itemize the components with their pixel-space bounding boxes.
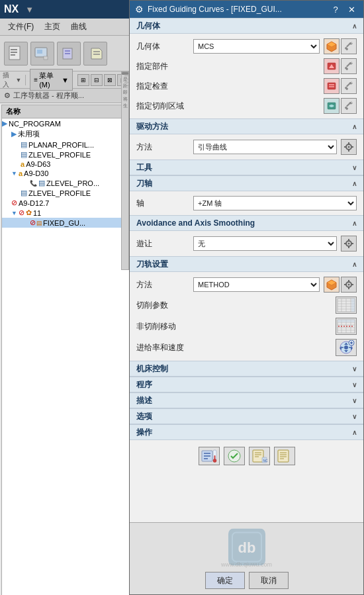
section-options[interactable]: 选项 ∨ (130, 408, 363, 424)
ruler-label: 是距即将生 (122, 76, 128, 109)
insert-label: 插入 (3, 71, 13, 89)
section-avoidance[interactable]: Avoidance and Axis Smoothing ∧ (130, 215, 363, 231)
action-post-btn[interactable]: NC (249, 447, 270, 465)
geometry-label: 几何体 (136, 41, 189, 52)
tree-item-zlevel-sub[interactable]: 📞 ▤ ZLEVEL_PRO... (2, 178, 130, 188)
drive-method-icon-gear[interactable] (341, 139, 357, 155)
specify-check-label: 指定检查 (136, 81, 189, 92)
svg-rect-89 (232, 533, 261, 562)
unused-folder-icon: ▶ (11, 130, 17, 138)
tree-item-zlevel1[interactable]: ▤ ZLEVEL_PROFILE (2, 150, 130, 160)
non-cut-icon[interactable] (336, 318, 357, 335)
section-axis[interactable]: 刀轴 ∧ (130, 175, 363, 191)
svg-rect-18 (345, 67, 349, 71)
geometry-dropdown[interactable]: MCS (193, 39, 320, 54)
drive-method-label: 方法 (136, 142, 189, 153)
toolbar2-icon-1[interactable]: ⊞ (77, 74, 89, 86)
tree-header: 名称 (2, 105, 130, 118)
cut-params-icon[interactable] (336, 297, 357, 314)
section-tool-label: 工具 (136, 162, 152, 173)
specify-part-icons (324, 58, 357, 74)
action-shopdoc-btn[interactable] (274, 447, 295, 465)
tree-item-planar[interactable]: ▤ PLANAR_PROFIL... (2, 140, 130, 150)
specify-cut-icon-teal[interactable] (324, 98, 340, 114)
toolbar2-icon-2[interactable]: ⊟ (91, 74, 103, 86)
svg-rect-35 (344, 243, 346, 244)
op-navigator-text: 工序导航器 - 程序顺... (13, 91, 84, 101)
a9d63-label: A9-D63 (26, 160, 50, 168)
tree-item-a9d30[interactable]: ▼ a A9-D30 (2, 169, 130, 178)
toolbar-icon-2[interactable] (30, 42, 54, 66)
feed-rate-icon[interactable] (336, 339, 357, 356)
dialog-close-btn[interactable]: ✕ (345, 3, 358, 16)
error-icon-1: ⊘ (11, 199, 17, 207)
menu-home[interactable]: 主页 (39, 20, 66, 34)
nx-logo: NX (4, 3, 19, 15)
action-generate-btn[interactable] (199, 447, 220, 465)
toolbar2-icon-3[interactable]: ⊠ (104, 74, 116, 86)
specify-check-row: 指定检查 (130, 76, 363, 96)
menu-curves[interactable]: 曲线 (66, 20, 92, 34)
unused-label: 未用项 (18, 129, 40, 139)
fixed-sub-icon: ▤ (36, 220, 42, 226)
zlevel-sub-label: ZLEVEL_PRO... (46, 179, 99, 187)
specify-part-icon-red[interactable] (324, 58, 340, 74)
menu-btn[interactable]: ≡ 菜单(M) ▼ (30, 69, 73, 91)
tree-item-11[interactable]: ▼ ⊘ ✿ 11 (2, 208, 130, 218)
action-verify-btn[interactable] (224, 447, 245, 465)
specify-cut-label: 指定切削区域 (136, 101, 189, 112)
cancel-button[interactable]: 取消 (249, 572, 289, 589)
geometry-icon-3d[interactable] (324, 38, 340, 54)
specify-cut-icons (324, 98, 357, 114)
nx-titlebar: NX ▼ (0, 0, 132, 19)
dialog-titlebar: ⚙ Fixed Guiding Curves - [FIXED_GUI... ?… (130, 1, 363, 18)
menu-file[interactable]: 文件(F) (3, 20, 39, 34)
drive-method-dropdown[interactable]: 引导曲线 (193, 140, 337, 154)
toolpath-method-icon-orange[interactable] (324, 277, 340, 293)
geometry-icon-wrench[interactable] (341, 38, 357, 54)
toolpath-method-icon-gear[interactable] (341, 277, 357, 293)
svg-rect-27 (348, 142, 349, 144)
tree-item-nc-program[interactable]: ▶ NC_PROGRAM (2, 118, 130, 128)
section-description-label: 描述 (136, 395, 152, 406)
specify-cut-icon-gray[interactable] (341, 98, 357, 114)
section-geometry[interactable]: 几何体 ∧ (130, 18, 363, 34)
section-drive[interactable]: 驱动方法 ∧ (130, 118, 363, 134)
specify-part-label: 指定部件 (136, 61, 189, 72)
section-actions[interactable]: 操作 ∧ (130, 424, 363, 440)
toolpath-method-dropdown[interactable]: METHOD (193, 277, 320, 292)
item11-sub-icon: ✿ (26, 208, 32, 217)
toolpath-method-icons (324, 277, 357, 293)
avoidance-icon-gear[interactable] (341, 236, 357, 252)
tree-item-unused[interactable]: ▶ 未用项 (2, 128, 130, 140)
tree-item-a9d63[interactable]: a A9-D63 (2, 160, 130, 169)
toolbar-icon-1[interactable] (4, 42, 28, 66)
tree-item-a9d127[interactable]: ⊘ A9-D12.7 (2, 198, 130, 208)
svg-rect-28 (348, 150, 349, 152)
drive-method-icons (341, 139, 357, 155)
section-toolpath[interactable]: 刀轨设置 ∧ (130, 256, 363, 272)
toolbar-icon-3[interactable] (57, 42, 81, 66)
svg-rect-88 (228, 529, 265, 566)
svg-rect-34 (348, 246, 349, 248)
tree-item-fixed-gu[interactable]: ⊘ ▤ FIXED_GU... (2, 218, 130, 228)
tree-item-zlevel2[interactable]: ▤ ZLEVEL_PROFILE (2, 188, 130, 198)
axis-dropdown[interactable]: +ZM 轴 (193, 196, 357, 210)
dialog-help-btn[interactable]: ? (329, 3, 342, 16)
section-program[interactable]: 程序 ∨ (130, 377, 363, 392)
ok-button[interactable]: 确定 (205, 572, 245, 589)
section-description[interactable]: 描述 ∨ (130, 392, 363, 408)
toolbar-icon-4[interactable] (83, 42, 107, 66)
specify-part-icon-gray[interactable] (341, 58, 357, 74)
svg-text:NC: NC (263, 459, 268, 463)
svg-point-75 (213, 459, 216, 463)
fixed-label: FIXED_GU... (43, 219, 85, 227)
tree-body: ▶ NC_PROGRAM ▶ 未用项 ▤ PLANAR_PROFIL... ▤ (2, 118, 130, 228)
scroll-indicator[interactable]: 是距即将生 (121, 71, 129, 270)
specify-cut-row: 指定切削区域 (130, 96, 363, 116)
avoidance-dropdown[interactable]: 无 (193, 236, 337, 251)
specify-check-icon-gray[interactable] (341, 78, 357, 94)
section-machine[interactable]: 机床控制 ∨ (130, 361, 363, 377)
section-tool[interactable]: 工具 ∨ (130, 160, 363, 175)
specify-check-icon-red[interactable] (324, 78, 340, 94)
